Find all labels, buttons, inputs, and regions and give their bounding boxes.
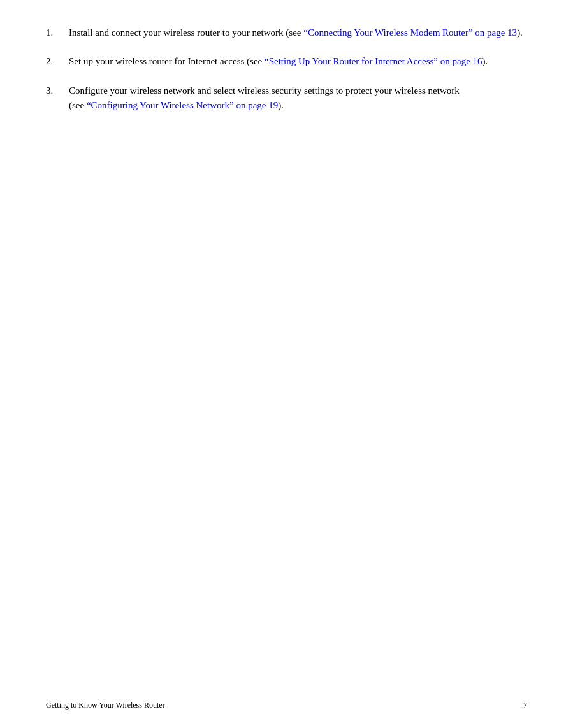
footer-page-number: 7 [523, 701, 527, 710]
item-text-before-2: Set up your wireless router for Internet… [69, 56, 265, 66]
footer-title: Getting to Know Your Wireless Router [46, 701, 165, 710]
page-content: 1. Install and connect your wireless rou… [0, 0, 573, 165]
instruction-list: 1. Install and connect your wireless rou… [46, 25, 527, 113]
item-text-after-3: ). [278, 100, 284, 110]
link-3[interactable]: “Configuring Your Wireless Network” on p… [87, 100, 278, 110]
item-text-3: Configure your wireless network and sele… [69, 84, 527, 113]
item-number-3: 3. [46, 84, 69, 113]
item-number-1: 1. [46, 25, 69, 40]
list-item: 2. Set up your wireless router for Inter… [46, 54, 527, 69]
list-item: 3. Configure your wireless network and s… [46, 84, 527, 113]
page-footer: Getting to Know Your Wireless Router 7 [46, 701, 527, 710]
link-2[interactable]: “Setting Up Your Router for Internet Acc… [265, 56, 482, 66]
item-text-after-2: ). [482, 56, 488, 66]
list-item: 1. Install and connect your wireless rou… [46, 25, 527, 40]
link-1[interactable]: “Connecting Your Wireless Modem Router” … [303, 27, 517, 38]
item-number-2: 2. [46, 54, 69, 69]
item-text-2: Set up your wireless router for Internet… [69, 54, 527, 69]
item-text-before-1: Install and connect your wireless router… [69, 27, 303, 38]
item-text-1: Install and connect your wireless router… [69, 25, 527, 40]
item-text-after-1: ). [517, 27, 523, 38]
